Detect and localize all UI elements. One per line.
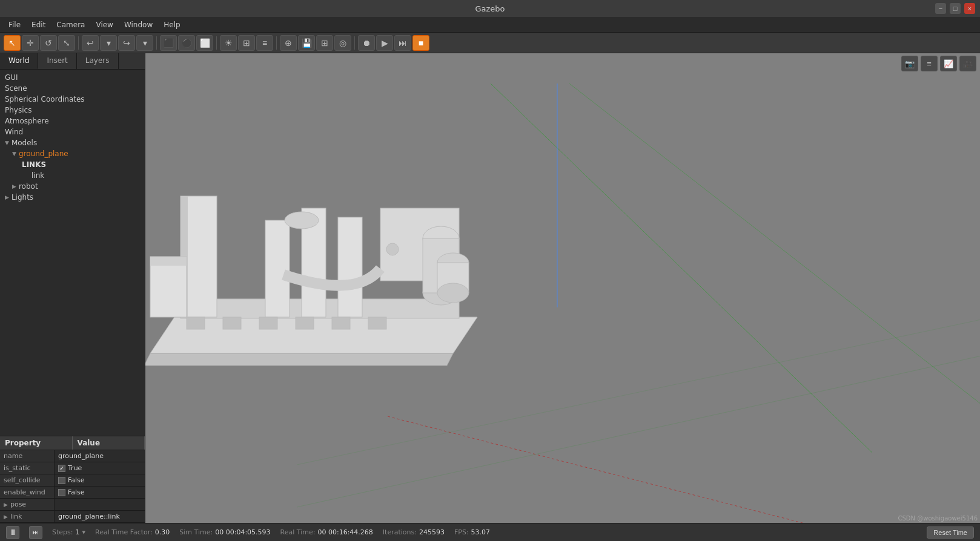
select-tool-button[interactable]: ↖ <box>4 35 21 51</box>
tree-item-spherical[interactable]: Spherical Coordinates <box>0 94 145 105</box>
svg-rect-26 <box>223 317 241 329</box>
tab-layers[interactable]: Layers <box>77 53 119 69</box>
titlebar-title: Gazebo <box>475 4 505 13</box>
scale-tool-button[interactable]: ⤡ <box>58 35 75 51</box>
svg-rect-29 <box>332 317 350 329</box>
menu-camera[interactable]: Camera <box>51 19 90 30</box>
toolbar-sep-1 <box>78 36 79 50</box>
tree-item-wind[interactable]: Wind <box>0 126 145 137</box>
tab-world[interactable]: World <box>0 53 38 69</box>
sim-time-value: 00 00:04:05.593 <box>215 528 270 536</box>
iterations-label: Iterations: <box>383 528 417 536</box>
origin-button[interactable]: ⊕ <box>280 35 297 51</box>
save-button[interactable]: 💾 <box>298 35 315 51</box>
titlebar-controls: − □ × <box>935 3 975 14</box>
mesh-tool-button[interactable]: ⊞ <box>238 35 255 51</box>
tree-item-links[interactable]: LINKS <box>0 159 145 170</box>
prop-val-is-static[interactable]: ✓ True <box>55 462 145 474</box>
menu-window[interactable]: Window <box>119 19 157 30</box>
tree-item-scene[interactable]: Scene <box>0 83 145 94</box>
menu-edit[interactable]: Edit <box>27 19 50 30</box>
ground-plane-arrow-icon: ▼ <box>12 151 16 157</box>
reset-time-button[interactable]: Reset Time <box>927 526 974 539</box>
redo-arrow-button[interactable]: ▾ <box>136 35 153 51</box>
is-static-checkbox[interactable]: ✓ <box>58 465 65 472</box>
prop-val-link[interactable]: ground_plane::link <box>55 511 145 522</box>
cylinder-tool-button[interactable]: ⬜ <box>196 35 213 51</box>
orange-button[interactable]: ■ <box>412 35 429 51</box>
log-button[interactable]: ≡ <box>921 56 938 71</box>
redo-button[interactable]: ↪ <box>118 35 135 51</box>
camera-follow-button[interactable]: ◎ <box>334 35 351 51</box>
prop-key-enable-wind: enable_wind <box>0 487 55 498</box>
statusbar: ⏸ ⏭ Steps: 1 ▾ Real Time Factor: 0.30 Si… <box>0 523 980 541</box>
close-button[interactable]: × <box>964 3 975 14</box>
prop-key-pose[interactable]: ▶ pose <box>0 499 55 510</box>
menu-file[interactable]: File <box>4 19 25 30</box>
pose-expand-icon: ▶ <box>4 502 8 508</box>
prop-key-link[interactable]: ▶ link <box>0 511 55 522</box>
plot-button[interactable]: 📈 <box>940 56 957 71</box>
tree-item-lights[interactable]: ▶ Lights <box>0 192 145 203</box>
steps-value: 1 <box>75 528 79 536</box>
prop-row-pose: ▶ pose <box>0 499 145 511</box>
screenshot-button[interactable]: 📷 <box>901 56 918 71</box>
undo-button[interactable]: ↩ <box>82 35 99 51</box>
tree-item-gui[interactable]: GUI <box>0 72 145 83</box>
light-tool-button[interactable]: ☀ <box>220 35 237 51</box>
models-arrow-icon: ▼ <box>5 140 9 146</box>
pointcloud-tool-button[interactable]: ≡ <box>256 35 273 51</box>
minimize-button[interactable]: − <box>935 3 946 14</box>
svg-rect-24 <box>150 257 187 266</box>
svg-rect-30 <box>368 317 386 329</box>
play-button[interactable]: ▶ <box>376 35 393 51</box>
prop-val-name[interactable]: ground_plane <box>55 450 145 462</box>
menu-view[interactable]: View <box>91 19 118 30</box>
tree-item-atmosphere[interactable]: Atmosphere <box>0 116 145 126</box>
step-forward-button[interactable]: ⏭ <box>29 526 42 539</box>
tree-item-models[interactable]: ▼ Models <box>0 137 145 148</box>
tree-item-link[interactable]: link <box>0 170 145 181</box>
property-panel: Property Value name ground_plane is_stat… <box>0 436 145 523</box>
tree-item-ground-plane[interactable]: ▼ ground_plane <box>0 148 145 159</box>
svg-rect-28 <box>296 317 314 329</box>
enable-wind-checkbox[interactable] <box>58 489 65 496</box>
record-button[interactable]: ⏺ <box>358 35 375 51</box>
viewport[interactable]: 📷 ≡ 📈 🎥 CSDN @woshigaowei5146 <box>145 53 980 523</box>
rotate-tool-button[interactable]: ↺ <box>40 35 57 51</box>
fps-label: FPS: <box>454 528 469 536</box>
sim-time-item: Sim Time: 00 00:04:05.593 <box>179 528 270 536</box>
viewport-icon-bar: 📷 ≡ 📈 🎥 <box>901 56 976 71</box>
box-tool-button[interactable]: ⬛ <box>160 35 177 51</box>
svg-line-1 <box>569 84 980 404</box>
lights-arrow-icon: ▶ <box>5 194 9 200</box>
svg-point-15 <box>285 212 319 229</box>
pause-button[interactable]: ⏸ <box>6 526 19 539</box>
tree-item-physics[interactable]: Physics <box>0 105 145 116</box>
toolbar-sep-4 <box>276 36 277 50</box>
video-button[interactable]: 🎥 <box>959 56 976 71</box>
toolbar-sep-2 <box>156 36 157 50</box>
robot-arrow-icon: ▶ <box>12 183 16 189</box>
self-collide-checkbox[interactable] <box>58 477 65 484</box>
svg-rect-25 <box>187 317 205 329</box>
sphere-tool-button[interactable]: ⚫ <box>178 35 195 51</box>
tab-insert[interactable]: Insert <box>38 53 76 69</box>
translate-tool-button[interactable]: ✛ <box>22 35 39 51</box>
steps-dropdown-icon[interactable]: ▾ <box>82 528 85 536</box>
camera-align-button[interactable]: ⊞ <box>316 35 333 51</box>
value-col-header: Value <box>73 436 145 450</box>
step-button[interactable]: ⏭ <box>394 35 411 51</box>
real-time-label: Real Time: <box>280 528 316 536</box>
prop-row-link: ▶ link ground_plane::link <box>0 511 145 523</box>
prop-val-enable-wind[interactable]: False <box>55 487 145 498</box>
realtime-factor-value: 0.30 <box>155 528 170 536</box>
maximize-button[interactable]: □ <box>950 3 961 14</box>
fps-value: 53.07 <box>471 528 491 536</box>
steps-label: Steps: <box>52 528 73 536</box>
menu-help[interactable]: Help <box>159 19 185 30</box>
undo-arrow-button[interactable]: ▾ <box>100 35 117 51</box>
prop-val-self-collide[interactable]: False <box>55 474 145 486</box>
svg-marker-7 <box>145 353 453 366</box>
tree-item-robot[interactable]: ▶ robot <box>0 181 145 192</box>
